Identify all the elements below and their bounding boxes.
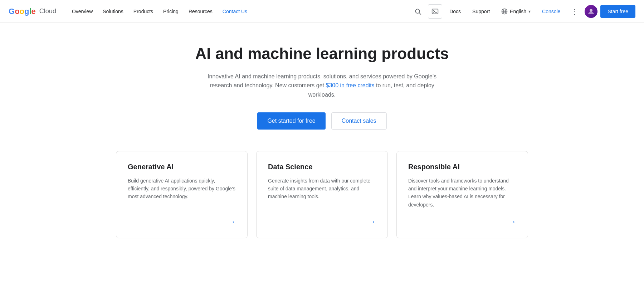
hero-title: AI and machine learning products — [116, 44, 528, 63]
logo-letter-g1: G — [9, 7, 15, 16]
more-icon: ⋮ — [571, 7, 578, 16]
terminal-icon — [431, 8, 439, 15]
contact-sales-button[interactable]: Contact sales — [331, 112, 387, 130]
card-data-science-title: Data Science — [268, 163, 376, 171]
card-responsible-ai-title: Responsible AI — [408, 163, 516, 171]
hero-buttons: Get started for free Contact sales — [116, 112, 528, 130]
logo-letter-g2: g — [24, 7, 29, 16]
nav-link-resources[interactable]: Resources — [184, 6, 217, 17]
chevron-down-icon: ▾ — [528, 9, 531, 14]
card-responsible-ai: Responsible AI Discover tools and framew… — [396, 151, 528, 239]
card-data-science: Data Science Generate insights from data… — [256, 151, 388, 239]
navbar: Google Cloud Overview Solutions Products… — [0, 0, 644, 23]
get-started-button[interactable]: Get started for free — [257, 112, 325, 130]
logo-letter-e: e — [31, 7, 36, 16]
start-free-button[interactable]: Start free — [600, 5, 635, 18]
card-generative-ai-arrow[interactable]: → — [128, 217, 236, 227]
nav-link-contact-us[interactable]: Contact Us — [218, 6, 252, 17]
google-cloud-logo[interactable]: Google Cloud — [9, 7, 56, 16]
hero-description: Innovative AI and machine learning produ… — [197, 72, 447, 99]
nav-link-solutions[interactable]: Solutions — [98, 6, 128, 17]
main-content: AI and machine learning products Innovat… — [107, 23, 537, 253]
nav-link-support[interactable]: Support — [468, 6, 494, 17]
nav-link-docs[interactable]: Docs — [445, 6, 465, 17]
cloud-label: Cloud — [39, 8, 56, 15]
credits-link[interactable]: $300 in free credits — [326, 82, 375, 88]
language-label: English — [510, 9, 526, 14]
card-generative-ai-title: Generative AI — [128, 163, 236, 171]
card-generative-ai-description: Build generative AI applications quickly… — [128, 177, 236, 209]
card-responsible-ai-arrow[interactable]: → — [408, 217, 516, 227]
logo-letter-o1: o — [15, 7, 19, 16]
logo-letter-o2: o — [20, 7, 24, 16]
nav-link-pricing[interactable]: Pricing — [159, 6, 183, 17]
card-data-science-description: Generate insights from data with our com… — [268, 177, 376, 209]
terminal-button[interactable] — [428, 4, 442, 19]
nav-link-products[interactable]: Products — [129, 6, 157, 17]
avatar-image — [585, 5, 597, 18]
google-wordmark: Google — [9, 7, 36, 16]
hero-section: AI and machine learning products Innovat… — [116, 44, 528, 130]
more-options-button[interactable]: ⋮ — [567, 4, 582, 19]
language-selector[interactable]: English ▾ — [497, 6, 535, 17]
user-avatar[interactable] — [585, 5, 597, 18]
svg-point-9 — [590, 9, 592, 12]
globe-icon — [501, 8, 508, 15]
search-button[interactable] — [411, 4, 425, 19]
nav-link-overview[interactable]: Overview — [68, 6, 97, 17]
console-link[interactable]: Console — [538, 6, 565, 17]
card-generative-ai: Generative AI Build generative AI applic… — [116, 151, 248, 239]
svg-line-1 — [419, 13, 421, 14]
card-data-science-arrow[interactable]: → — [268, 217, 376, 227]
search-icon — [414, 8, 421, 15]
card-responsible-ai-description: Discover tools and frameworks to underst… — [408, 177, 516, 209]
cards-section: Generative AI Build generative AI applic… — [116, 151, 528, 239]
nav-links: Overview Solutions Products Pricing Reso… — [68, 6, 411, 17]
nav-right: Docs Support English ▾ Console ⋮ — [411, 4, 635, 19]
